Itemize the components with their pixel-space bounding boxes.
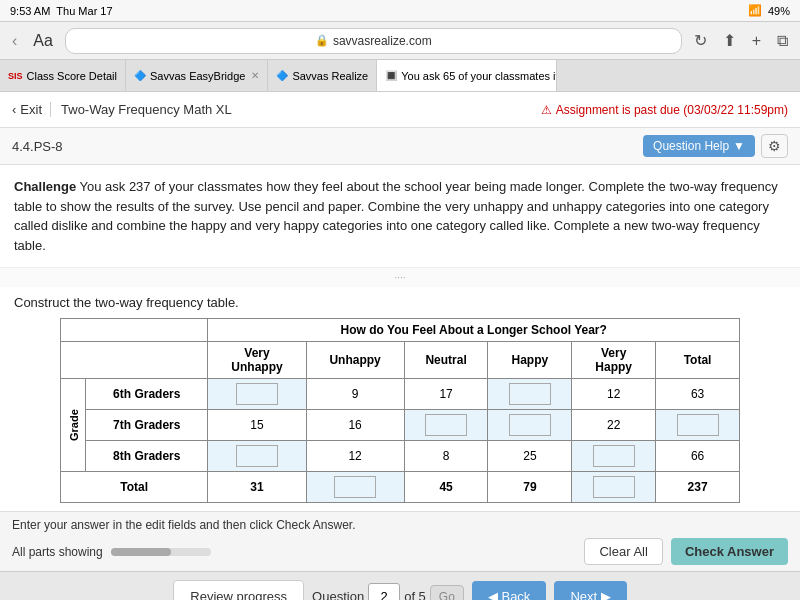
- tab-easybridge[interactable]: 🔷 Savvas EasyBridge ✕: [126, 60, 268, 91]
- cell-total-unhappy[interactable]: [306, 472, 404, 503]
- exit-button[interactable]: ‹ Exit: [12, 102, 42, 117]
- lock-icon: 🔒: [315, 34, 329, 47]
- question-number-input[interactable]: [368, 583, 400, 601]
- bottom-bar: Enter your answer in the edit fields and…: [0, 511, 800, 571]
- review-progress-button[interactable]: Review progress: [173, 580, 304, 600]
- table-main-header: How do You Feel About a Longer School Ye…: [208, 319, 740, 342]
- tab-easybridge-label: Savvas EasyBridge: [150, 70, 245, 82]
- share-button[interactable]: ⬆: [719, 29, 740, 52]
- browser-tabs: SIS Class Score Detail 🔷 Savvas EasyBrid…: [0, 60, 800, 92]
- table-row-total: Total 31 45 79 237: [61, 472, 740, 503]
- tab-ask-label: You ask 65 of your classmates if...: [401, 70, 557, 82]
- enter-answer-text: Enter your answer in the edit fields and…: [12, 518, 788, 532]
- col-very-happy: VeryHappy: [572, 342, 656, 379]
- col-very-unhappy: VeryUnhappy: [208, 342, 306, 379]
- tab-realize-label: Savvas Realize: [292, 70, 368, 82]
- status-bar: 9:53 AM Thu Mar 17 📶 49%: [0, 0, 800, 22]
- cell-6th-very-unhappy[interactable]: [208, 379, 306, 410]
- next-button[interactable]: Next ▶: [554, 581, 626, 600]
- browser-chrome: ‹ Aa 🔒 savvasrealize.com ↻ ⬆ + ⧉: [0, 22, 800, 60]
- progress-bar-fill: [111, 548, 171, 556]
- cell-6th-very-happy: 12: [572, 379, 656, 410]
- cell-total-happy: 79: [488, 472, 572, 503]
- tab-ask-icon: 🔳: [385, 70, 397, 81]
- tab-class-score[interactable]: SIS Class Score Detail: [0, 60, 126, 91]
- check-answer-button[interactable]: Check Answer: [671, 538, 788, 565]
- frequency-table: How do You Feel About a Longer School Ye…: [60, 318, 740, 503]
- nav-row: Review progress Question of 5 Go ◀ Back …: [0, 571, 800, 600]
- address-bar[interactable]: 🔒 savvasrealize.com: [65, 28, 682, 54]
- cell-8th-happy: 25: [488, 441, 572, 472]
- breadcrumb: Two-Way Frequency Math XL: [50, 102, 232, 117]
- cell-7th-total[interactable]: [656, 410, 740, 441]
- cell-8th-very-unhappy[interactable]: [208, 441, 306, 472]
- tab-class-score-label: Class Score Detail: [27, 70, 117, 82]
- back-nav-button[interactable]: ‹: [8, 30, 21, 52]
- table-row: Grade 6th Graders 9 17 12 63: [61, 379, 740, 410]
- wifi-icon: 📶: [748, 4, 762, 17]
- tab-ask[interactable]: 🔳 You ask 65 of your classmates if...: [377, 60, 557, 91]
- cell-total-very-unhappy: 31: [208, 472, 306, 503]
- problem-header: 4.4.PS-8 Question Help ▼ ⚙: [0, 128, 800, 165]
- challenge-text: Challenge You ask 237 of your classmates…: [0, 165, 800, 268]
- row-total: Total: [61, 472, 208, 503]
- question-help-button[interactable]: Question Help ▼: [643, 135, 755, 157]
- challenge-bold: Challenge: [14, 179, 76, 194]
- gear-icon: ⚙: [768, 138, 781, 154]
- reload-button[interactable]: ↻: [690, 29, 711, 52]
- cell-8th-very-happy[interactable]: [572, 441, 656, 472]
- cell-total-very-happy[interactable]: [572, 472, 656, 503]
- tab-realize[interactable]: 🔷 Savvas Realize: [268, 60, 377, 91]
- tab-easybridge-icon: 🔷: [134, 70, 146, 81]
- cell-7th-very-happy: 22: [572, 410, 656, 441]
- construct-label: Construct the two-way frequency table.: [14, 295, 786, 310]
- col-neutral: Neutral: [404, 342, 488, 379]
- tabs-button[interactable]: ⧉: [773, 30, 792, 52]
- controls-row: All parts showing Clear All Check Answer: [12, 538, 788, 565]
- cell-8th-unhappy: 12: [306, 441, 404, 472]
- gear-button[interactable]: ⚙: [761, 134, 788, 158]
- construct-section: Construct the two-way frequency table. H…: [0, 287, 800, 511]
- tab-realize-icon: 🔷: [276, 70, 288, 81]
- question-help-label: Question Help: [653, 139, 729, 153]
- progress-bar: [111, 548, 211, 556]
- battery: 49%: [768, 5, 790, 17]
- drag-divider: ····: [0, 268, 800, 287]
- row-7th: 7th Graders: [86, 410, 208, 441]
- day: Thu Mar 17: [56, 5, 112, 17]
- new-tab-button[interactable]: +: [748, 30, 765, 52]
- reader-button[interactable]: Aa: [29, 30, 57, 52]
- tab-close-icon[interactable]: ✕: [251, 70, 259, 81]
- time: 9:53 AM: [10, 5, 50, 17]
- url-text: savvasrealize.com: [333, 34, 432, 48]
- problem-id: 4.4.PS-8: [12, 139, 63, 154]
- cell-7th-happy[interactable]: [488, 410, 572, 441]
- cell-7th-unhappy: 16: [306, 410, 404, 441]
- exit-chevron-icon: ‹: [12, 102, 16, 117]
- app-header: ‹ Exit Two-Way Frequency Math XL ⚠ Assig…: [0, 92, 800, 128]
- question-label: Question: [312, 589, 364, 600]
- parts-showing: All parts showing: [12, 545, 211, 559]
- dropdown-icon: ▼: [733, 139, 745, 153]
- back-button[interactable]: ◀ Back: [472, 581, 547, 600]
- col-total: Total: [656, 342, 740, 379]
- go-button[interactable]: Go: [430, 585, 464, 601]
- col-unhappy: Unhappy: [306, 342, 404, 379]
- col-happy: Happy: [488, 342, 572, 379]
- cell-6th-total: 63: [656, 379, 740, 410]
- cell-7th-very-unhappy: 15: [208, 410, 306, 441]
- table-row: 7th Graders 15 16 22: [61, 410, 740, 441]
- cell-8th-neutral: 8: [404, 441, 488, 472]
- row-6th: 6th Graders: [86, 379, 208, 410]
- warning-text: Assignment is past due (03/03/22 11:59pm…: [556, 103, 788, 117]
- cell-7th-neutral[interactable]: [404, 410, 488, 441]
- cell-6th-unhappy: 9: [306, 379, 404, 410]
- cell-6th-happy[interactable]: [488, 379, 572, 410]
- content-area: 4.4.PS-8 Question Help ▼ ⚙ Challenge You…: [0, 128, 800, 511]
- row-8th: 8th Graders: [86, 441, 208, 472]
- grade-label: Grade: [61, 379, 86, 472]
- clear-all-button[interactable]: Clear All: [584, 538, 662, 565]
- challenge-body: You ask 237 of your classmates how they …: [14, 179, 778, 253]
- cell-6th-neutral: 17: [404, 379, 488, 410]
- question-nav: Question of 5 Go: [312, 583, 464, 601]
